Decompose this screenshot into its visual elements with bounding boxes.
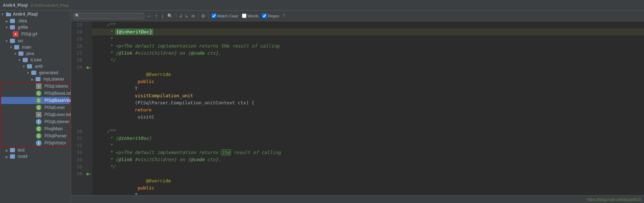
folder-icon-src <box>10 39 15 43</box>
table-row: 26 * <p>The default implementation retur… <box>71 43 644 50</box>
nav-find-button[interactable]: 🔍 <box>166 13 174 19</box>
sidebar-item-src[interactable]: src <box>0 38 71 44</box>
line-gutter <box>85 50 92 57</box>
sidebar-label-idea: .idea <box>18 18 27 23</box>
sidebar-item-idea[interactable]: .idea <box>0 18 71 24</box>
line-code: */ <box>92 163 644 170</box>
folder-icon-generated <box>31 71 36 75</box>
sidebar-label-plsqlbaselistener: PlSqlBaseListener <box>44 91 71 96</box>
match-case-option[interactable]: Match Case <box>211 13 239 18</box>
top-bar: Antlr4_Plsql D:\GitPro\Antlr4_Plsql <box>0 0 644 11</box>
sidebar-label-plsqlmain: PlsqlMain <box>44 126 63 131</box>
sidebar-label-g4file: g4file <box>18 25 28 30</box>
table-row: 24 * {@inheritDoc} <box>71 28 644 35</box>
sidebar-item-root4[interactable]: root4 <box>0 153 71 160</box>
sidebar-item-plsqltokens[interactable]: t PlSql.tokens <box>1 83 70 90</box>
sidebar-label-antlr: antlr <box>35 64 43 69</box>
sidebar-item-plsqlbasevisitor[interactable]: C PlSqlBaseVisitor <box>1 97 70 104</box>
expand-arrow-src <box>6 39 10 43</box>
line-number: 25 <box>71 35 85 43</box>
line-number: 36 <box>71 170 85 195</box>
nav-back-button[interactable]: ← <box>146 13 153 19</box>
sidebar-item-plsqlbaselistener[interactable]: C PlSqlBaseListener <box>1 90 70 97</box>
search-magnifier-icon[interactable]: 🔍 <box>75 13 80 18</box>
line-number: 28 <box>71 57 85 64</box>
line-gutter <box>85 35 92 43</box>
nav-extra1-button[interactable]: ₐ| <box>178 13 183 18</box>
expand-arrow-g4file <box>6 25 10 30</box>
sidebar-item-plsqlvisitor[interactable]: I PlSqlVisitor <box>1 139 70 147</box>
project-title: Antlr4_Plsql <box>3 3 28 8</box>
folder-icon-itluke <box>23 58 28 62</box>
sidebar-item-plsqlmain[interactable]: C PlsqlMain <box>1 125 70 132</box>
expand-arrow-mylistener <box>31 77 36 81</box>
regex-checkbox[interactable] <box>262 13 267 18</box>
folder-icon-antlr <box>27 64 32 68</box>
regex-option[interactable]: Regex <box>261 13 280 18</box>
table-row: 32 * <box>71 142 644 149</box>
sidebar-item-plsqllexer[interactable]: C PlSqlLexer <box>1 104 70 111</box>
sidebar-item-plsqlg4[interactable]: A PlSql.g4 <box>0 31 71 38</box>
line-number: 30 <box>71 128 85 135</box>
sidebar-item-mylistener[interactable]: myListener <box>0 76 71 82</box>
line-number: 34 <box>71 156 85 163</box>
line-gutter: ●↑ <box>85 64 92 128</box>
red-box-files: t PlSql.tokens C PlSqlBaseListener C PlS… <box>1 82 70 147</box>
sidebar-item-plsqlparser[interactable]: C PlSqlParser <box>1 132 70 139</box>
expand-arrow-idea <box>6 19 10 23</box>
line-number: 29 <box>71 64 85 128</box>
words-checkbox[interactable] <box>242 13 247 18</box>
search-bar: 🔍 ← ↑ ↓ 🔍 ₐ| |ₐ ≡| ⊟ Match Case Wor <box>71 11 644 21</box>
line-code: @Override public T visitCompilation_unit… <box>92 64 644 128</box>
expand-arrow-test <box>6 148 10 152</box>
class-icon-plsqlmain: C <box>36 126 42 132</box>
line-gutter <box>85 43 92 50</box>
filter-button[interactable]: ⊟ <box>200 13 206 19</box>
sidebar-item-main[interactable]: main <box>0 44 71 50</box>
search-sep2 <box>198 13 198 19</box>
nav-up-button[interactable]: ↑ <box>154 13 159 19</box>
sidebar-item-java[interactable]: java <box>0 50 71 57</box>
nav-extra2-button[interactable]: |ₐ <box>184 13 189 18</box>
code-scroll[interactable]: 23 /** 24 * {@inheritDoc} 25 <box>71 21 644 195</box>
tokens-icon-plsqltokens: t <box>36 83 42 89</box>
table-row: 36 ●↑ @Override public T visitSql_script… <box>71 170 644 195</box>
expand-arrow-generated <box>27 71 31 75</box>
line-gutter <box>85 163 92 170</box>
sidebar-item-test[interactable]: test <box>0 147 71 153</box>
search-input[interactable] <box>81 13 131 18</box>
sidebar-item-root[interactable]: Antlr4_Plsql <box>0 11 71 18</box>
sidebar-label-generated: generated <box>39 70 58 75</box>
line-number: 26 <box>71 43 85 50</box>
sidebar-item-generated[interactable]: generated <box>0 70 71 76</box>
nav-extra3-button[interactable]: ≡| <box>190 13 196 18</box>
nav-down-button[interactable]: ↓ <box>160 13 165 19</box>
line-code: * <p>The default implementation returns … <box>92 43 644 50</box>
line-code: /** <box>92 21 644 28</box>
sidebar-item-plsqllexertokens[interactable]: t PlSqlLexer.tokens <box>1 111 70 118</box>
line-code: @Override public T visitSql_script (PlSq… <box>92 170 644 195</box>
gutter-arrow-icon: ●↑ <box>86 65 91 70</box>
match-case-checkbox[interactable] <box>212 13 216 18</box>
words-option[interactable]: Words <box>241 13 260 18</box>
sidebar-item-plsqllistener[interactable]: I PlSqlListener <box>1 118 70 125</box>
sidebar-item-g4file[interactable]: g4file <box>0 24 71 31</box>
sidebar-label-plsqlparser: PlSqlParser <box>44 133 67 138</box>
search-input-wrap[interactable]: 🔍 <box>73 13 144 19</box>
sidebar-item-antlr[interactable]: antlr <box>0 63 71 70</box>
sidebar-label-plsqllexer: PlSqlLexer <box>44 105 65 110</box>
sidebar-label-plsqltokens: PlSql.tokens <box>44 84 68 89</box>
sidebar-item-itluke[interactable]: it.luke <box>0 57 71 63</box>
table-row: 29 ●↑ @Override public T visitCompilatio… <box>71 64 644 128</box>
sidebar-label-src: src <box>18 38 23 43</box>
sidebar-label-plsqllexertokens: PlSqlLexer.tokens <box>44 112 71 117</box>
line-gutter <box>85 21 92 28</box>
line-number: 31 <box>71 135 85 142</box>
main-layout: Antlr4_Plsql .idea g4file A PlSql.g4 src <box>0 11 644 203</box>
search-sep3 <box>208 13 209 19</box>
sidebar: Antlr4_Plsql .idea g4file A PlSql.g4 src <box>0 11 71 203</box>
search-help-button[interactable]: ? <box>282 13 285 18</box>
sidebar-label-itluke: it.luke <box>31 57 42 62</box>
status-bar: https://blog.csdn.net/abc/a4515 <box>71 195 644 203</box>
sidebar-label-mylistener: myListener <box>43 77 64 82</box>
